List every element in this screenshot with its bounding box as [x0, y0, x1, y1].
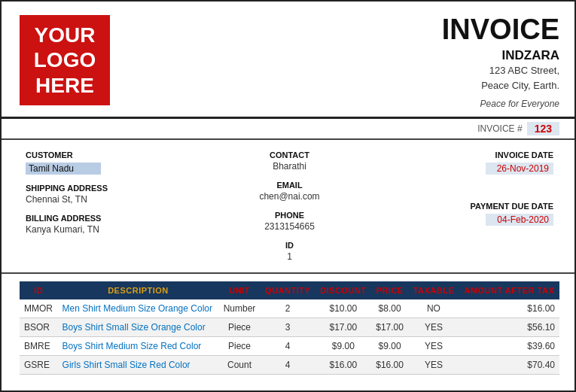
invoice-wrapper: YOUR LOGO HERE INVOICE INDZARA 123 ABC S… [2, 2, 576, 382]
cell-quantity: 4 [261, 356, 315, 375]
invoice-table: ID DESCRIPTION UNIT QUANTITY DISCOUNT PR… [20, 281, 559, 375]
cell-amount: $56.10 [459, 318, 559, 337]
invoice-date-value: 26-Nov-2019 [486, 163, 553, 175]
cell-unit: Count [218, 356, 260, 375]
cell-quantity: 3 [261, 318, 315, 337]
logo-line3: HERE [35, 73, 94, 99]
cell-taxable: NO [408, 299, 459, 318]
shipping-value: Chennai St, TN [26, 194, 194, 205]
company-address: 123 ABC Street, Peace City, Earth. [442, 63, 559, 93]
contact-label: CONTACT [206, 150, 373, 160]
table-row: GSRE Girls Shirt Small Size Red Color Co… [20, 356, 559, 375]
logo-line2: LOGO [34, 47, 96, 73]
shipping-label: SHIPPING ADDRESS [26, 184, 194, 193]
company-info: INVOICE INDZARA 123 ABC Street, Peace Ci… [442, 15, 559, 109]
invoice-number-value: 123 [527, 122, 559, 135]
cell-amount: $16.00 [459, 299, 559, 318]
table-header-row: ID DESCRIPTION UNIT QUANTITY DISCOUNT PR… [20, 281, 559, 299]
cell-discount: $17.00 [315, 318, 371, 337]
contact-value: Bharathi [206, 161, 373, 172]
cell-unit: Piece [218, 337, 260, 356]
cell-quantity: 2 [261, 299, 315, 318]
email-label: EMAIL [206, 181, 373, 190]
id-label: ID [206, 241, 373, 250]
col-taxable: TAXABLE [408, 281, 459, 299]
table-row: BSOR Boys Shirt Small Size Orange Color … [20, 318, 559, 337]
billing-value: Kanya Kumari, TN [26, 224, 194, 235]
cell-taxable: YES [408, 337, 459, 356]
logo-line1: YOUR [35, 23, 96, 48]
table-row: BMRE Boys Shirt Medium Size Red Color Pi… [20, 337, 559, 356]
phone-label: PHONE [206, 211, 373, 220]
cell-amount: $70.40 [459, 356, 559, 375]
col-description: DESCRIPTION [58, 281, 219, 299]
email-value: chen@nai.com [206, 191, 373, 202]
cell-price: $9.00 [371, 337, 408, 356]
cell-discount: $16.00 [315, 356, 371, 375]
cell-taxable: YES [408, 356, 459, 375]
customer-center-col: CONTACT Bharathi EMAIL chen@nai.com PHON… [200, 147, 379, 265]
cell-taxable: YES [408, 318, 459, 337]
billing-label: BILLING ADDRESS [26, 214, 194, 223]
col-amount: AMOUNT AFTER TAX [459, 281, 559, 299]
invoice-date-label: INVOICE DATE [386, 150, 553, 160]
cell-description: Boys Shirt Small Size Orange Color [58, 318, 219, 337]
cell-id: MMOR [20, 299, 58, 318]
header-section: YOUR LOGO HERE INVOICE INDZARA 123 ABC S… [2, 2, 576, 119]
payment-due-value: 04-Feb-2020 [486, 214, 553, 226]
cell-price: $17.00 [371, 318, 408, 337]
cell-discount: $10.00 [315, 299, 371, 318]
col-discount: DISCOUNT [315, 281, 371, 299]
col-quantity: QUANTITY [261, 281, 315, 299]
payment-due-label: PAYMENT DUE DATE [386, 202, 553, 211]
company-name: INDZARA [442, 48, 559, 63]
phone-value: 2313154665 [206, 221, 373, 232]
customer-value: Tamil Nadu [26, 163, 101, 175]
cell-unit: Piece [218, 318, 260, 337]
id-value: 1 [206, 251, 373, 262]
cell-discount: $9.00 [315, 337, 371, 356]
invoice-title: INVOICE [442, 15, 559, 44]
customer-left-col: CUSTOMER Tamil Nadu SHIPPING ADDRESS Che… [20, 147, 200, 265]
cell-price: $8.00 [371, 299, 408, 318]
address-line2: Peace City, Earth. [442, 78, 559, 93]
customer-right-col: INVOICE DATE 26-Nov-2019 PAYMENT DUE DAT… [379, 147, 559, 265]
cell-description: Boys Shirt Medium Size Red Color [58, 337, 219, 356]
col-id: ID [20, 281, 58, 299]
cell-description: Girls Shirt Small Size Red Color [58, 356, 219, 375]
col-price: PRICE [371, 281, 408, 299]
cell-description: Men Shirt Medium Size Orange Color [58, 299, 219, 318]
table-row: MMOR Men Shirt Medium Size Orange Color … [20, 299, 559, 318]
cell-price: $16.00 [371, 356, 408, 375]
cell-unit: Number [218, 299, 260, 318]
cell-id: BMRE [20, 337, 58, 356]
address-line1: 123 ABC Street, [442, 63, 559, 78]
col-unit: UNIT [218, 281, 260, 299]
cell-quantity: 4 [261, 337, 315, 356]
cell-id: GSRE [20, 356, 58, 375]
customer-section: CUSTOMER Tamil Nadu SHIPPING ADDRESS Che… [2, 140, 576, 274]
table-section: ID DESCRIPTION UNIT QUANTITY DISCOUNT PR… [2, 274, 576, 382]
company-tagline: Peace for Everyone [442, 99, 559, 109]
invoice-number-bar: INVOICE # 123 [2, 119, 576, 140]
customer-label: CUSTOMER [26, 150, 194, 160]
cell-amount: $39.60 [459, 337, 559, 356]
cell-id: BSOR [20, 318, 58, 337]
invoice-number-label: INVOICE # [477, 123, 522, 134]
logo-box: YOUR LOGO HERE [20, 15, 110, 105]
